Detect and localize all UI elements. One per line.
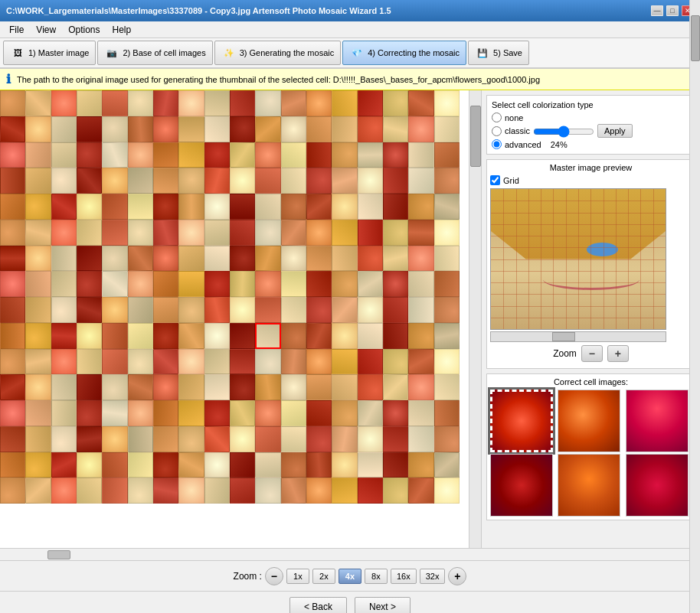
mosaic-cell[interactable]: [230, 142, 255, 168]
mosaic-cell[interactable]: [128, 452, 153, 478]
mosaic-cell[interactable]: [51, 168, 77, 194]
mosaic-cell[interactable]: [281, 168, 306, 194]
mosaic-cell[interactable]: [383, 426, 408, 452]
mosaic-cell[interactable]: [178, 194, 204, 220]
mosaic-cell[interactable]: [178, 116, 204, 142]
mosaic-cell[interactable]: [204, 116, 230, 142]
mosaic-cell[interactable]: [332, 374, 357, 400]
mosaic-cell[interactable]: [153, 426, 178, 452]
zoom-2x-button[interactable]: 2x: [312, 569, 335, 584]
mosaic-cell[interactable]: [128, 297, 153, 323]
mosaic-cell[interactable]: [255, 271, 280, 297]
mosaic-cell[interactable]: [306, 90, 332, 116]
mosaic-cell[interactable]: [408, 349, 433, 375]
mosaic-cell[interactable]: [77, 142, 102, 168]
mosaic-cell[interactable]: [204, 452, 230, 478]
mosaic-cell[interactable]: [383, 90, 408, 116]
mosaic-cell[interactable]: [332, 297, 357, 323]
mosaic-cell[interactable]: [77, 349, 102, 375]
mosaic-cell[interactable]: [153, 452, 178, 478]
mosaic-cell[interactable]: [51, 194, 77, 220]
mosaic-cell[interactable]: [255, 168, 280, 194]
mosaic-cell[interactable]: [230, 452, 255, 478]
mosaic-cell[interactable]: [51, 323, 77, 349]
mosaic-cell[interactable]: [434, 246, 460, 272]
mosaic-cell[interactable]: [408, 220, 433, 246]
mosaic-cell[interactable]: [77, 478, 102, 504]
mosaic-cell[interactable]: [25, 271, 51, 297]
mosaic-cell[interactable]: [153, 220, 178, 246]
mosaic-cell[interactable]: [255, 142, 280, 168]
mosaic-cell[interactable]: [230, 426, 255, 452]
mosaic-hscrollbar[interactable]: [0, 548, 700, 560]
mosaic-cell[interactable]: [255, 400, 280, 426]
mosaic-cell[interactable]: [332, 246, 357, 272]
mosaic-cell[interactable]: [77, 426, 102, 452]
mosaic-cell[interactable]: [128, 194, 153, 220]
mosaic-cell[interactable]: [358, 478, 383, 504]
mosaic-cell[interactable]: [51, 374, 77, 400]
preview-hscrollbar[interactable]: [490, 331, 666, 342]
mosaic-cell[interactable]: [102, 452, 127, 478]
mosaic-cell[interactable]: [408, 271, 433, 297]
maximize-button[interactable]: □: [666, 5, 679, 16]
mosaic-cell[interactable]: [255, 297, 280, 323]
mosaic-cell[interactable]: [306, 168, 332, 194]
mosaic-cell[interactable]: [408, 194, 433, 220]
mosaic-cell[interactable]: [230, 400, 255, 426]
mosaic-cell[interactable]: [153, 400, 178, 426]
mosaic-cell[interactable]: [178, 374, 204, 400]
mosaic-cell[interactable]: [178, 246, 204, 272]
mosaic-cell[interactable]: [332, 194, 357, 220]
zoom-32x-button[interactable]: 32x: [420, 569, 446, 584]
cell-thumb-2[interactable]: [558, 390, 620, 452]
mosaic-cell[interactable]: [306, 297, 332, 323]
mosaic-cell[interactable]: [306, 426, 332, 452]
mosaic-cell[interactable]: [25, 478, 51, 504]
mosaic-cell[interactable]: [51, 400, 77, 426]
mosaic-cell[interactable]: [230, 168, 255, 194]
mosaic-cell[interactable]: [25, 297, 51, 323]
mosaic-cell[interactable]: [230, 478, 255, 504]
mosaic-cell[interactable]: [153, 246, 178, 272]
classic-slider[interactable]: [533, 126, 594, 138]
mosaic-cell[interactable]: [153, 194, 178, 220]
mosaic-cell[interactable]: [128, 374, 153, 400]
mosaic-cell[interactable]: [358, 374, 383, 400]
mosaic-cell[interactable]: [102, 323, 127, 349]
mosaic-cell[interactable]: [204, 374, 230, 400]
mosaic-cell[interactable]: [153, 374, 178, 400]
mosaic-image[interactable]: [0, 90, 460, 504]
mosaic-cell[interactable]: [255, 426, 280, 452]
mosaic-cell[interactable]: [102, 349, 127, 375]
hscroll-thumb[interactable]: [47, 550, 70, 559]
mosaic-cell[interactable]: [358, 90, 383, 116]
mosaic-cell[interactable]: [230, 349, 255, 375]
mosaic-cell[interactable]: [128, 142, 153, 168]
mosaic-cell[interactable]: [281, 426, 306, 452]
mosaic-cell[interactable]: [332, 400, 357, 426]
mosaic-cell[interactable]: [383, 271, 408, 297]
mosaic-cell[interactable]: [306, 220, 332, 246]
mosaic-cell[interactable]: [383, 452, 408, 478]
mosaic-cell[interactable]: [0, 168, 25, 194]
mosaic-cell[interactable]: [204, 426, 230, 452]
mosaic-cell[interactable]: [102, 194, 127, 220]
mosaic-cell[interactable]: [153, 168, 178, 194]
mosaic-cell[interactable]: [358, 323, 383, 349]
zoom-plus-button[interactable]: +: [607, 345, 629, 362]
mosaic-canvas[interactable]: [0, 90, 469, 548]
mosaic-cell[interactable]: [204, 142, 230, 168]
zoom-8x-button[interactable]: 8x: [365, 569, 388, 584]
mosaic-cell[interactable]: [230, 220, 255, 246]
mosaic-cell[interactable]: [408, 426, 433, 452]
mosaic-cell[interactable]: [0, 349, 25, 375]
zoom-4x-button[interactable]: 4x: [339, 569, 361, 584]
mosaic-cell[interactable]: [383, 142, 408, 168]
mosaic-cell[interactable]: [0, 374, 25, 400]
preview-hscroll-thumb[interactable]: [552, 332, 575, 341]
mosaic-cell[interactable]: [255, 194, 280, 220]
mosaic-cell[interactable]: [77, 90, 102, 116]
mosaic-cell[interactable]: [102, 116, 127, 142]
apply-button[interactable]: Apply: [597, 124, 633, 138]
